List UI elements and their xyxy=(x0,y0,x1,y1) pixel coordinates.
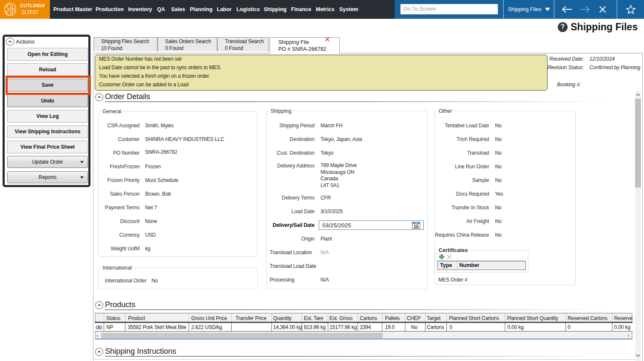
svg-text:15: 15 xyxy=(414,224,419,229)
